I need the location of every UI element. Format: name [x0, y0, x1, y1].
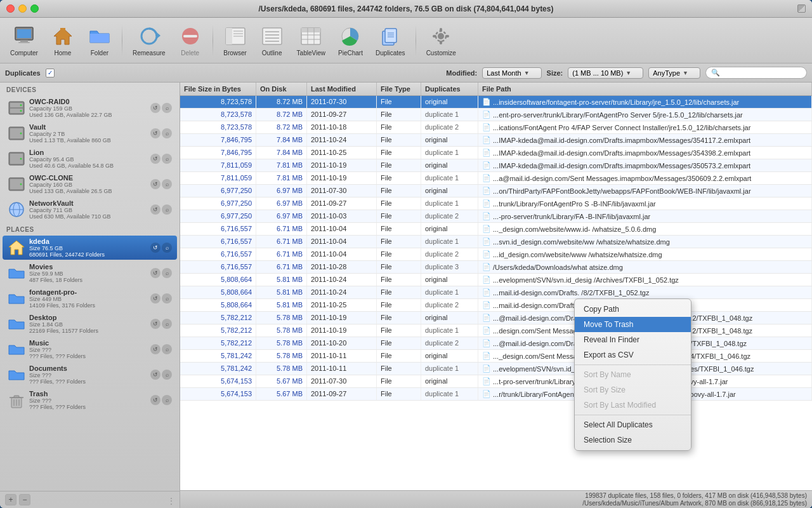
cm-export-csv[interactable]: Export as CSV — [575, 347, 691, 363]
home-button[interactable]: Home — [46, 22, 80, 59]
table-row[interactable]: 6,977,250 6.97 MB 2011-10-03 File duplic… — [180, 210, 812, 223]
sidebar-item-fontagent[interactable]: fontagent-pro- Size 449 MB 14109 Files, … — [3, 286, 177, 311]
fontagent-action2[interactable]: ⌕ — [162, 293, 172, 304]
sidebar-item-documents[interactable]: Documents Size ??? ??? Files, ??? Folder… — [3, 363, 177, 387]
header-bytes[interactable]: File Size in Bytes — [180, 83, 256, 95]
music-action2[interactable]: ⌕ — [162, 344, 172, 354]
cm-move-to-trash[interactable]: Move To Trash — [575, 317, 691, 332]
add-place-button[interactable]: + — [5, 494, 16, 505]
table-row[interactable]: 6,977,250 6.97 MB 2011-07-30 File origin… — [180, 185, 812, 197]
networkvault-action2[interactable]: ⌕ — [162, 204, 172, 215]
header-dup[interactable]: Duplicates — [421, 83, 478, 95]
size-select[interactable]: (1 MB ... 10 MB) ▼ — [568, 67, 643, 79]
sidebar-item-kdeda[interactable]: kdeda Size 76.5 GB 680691 Files, 244742 … — [3, 236, 177, 260]
documents-action2[interactable]: ⌕ — [162, 370, 172, 380]
sidebar-resize-handle[interactable]: ⋮ — [167, 496, 174, 504]
trash-action1[interactable]: ↺ — [150, 395, 160, 405]
piechart-button[interactable]: PieChart — [333, 22, 368, 59]
sidebar-item-lion[interactable]: Lion Capacity 95.4 GB Used 40.6 GB, Avai… — [3, 147, 177, 171]
type-select[interactable]: AnyType ▼ — [648, 67, 700, 79]
customize-button[interactable]: Customize — [421, 22, 461, 59]
sidebar-item-owc-raid0[interactable]: OWC-RAID0 Capacity 159 GB Used 136 GB, A… — [3, 96, 177, 120]
table-row[interactable]: 5,782,212 5.78 MB 2011-10-20 File duplic… — [180, 337, 812, 350]
duplicates-checkbox[interactable]: ✓ — [46, 69, 55, 77]
music-action1[interactable]: ↺ — [150, 344, 160, 354]
table-row[interactable]: 7,846,795 7.84 MB 2011-10-25 File duplic… — [180, 147, 812, 159]
table-row[interactable]: 5,781,242 5.78 MB 2011-10-11 File origin… — [180, 350, 812, 363]
cm-selection-size[interactable]: Selection Size — [575, 432, 691, 448]
cm-select-duplicates[interactable]: Select All Duplicates — [575, 417, 691, 432]
browser-button[interactable]: Browser — [218, 22, 252, 59]
sidebar-item-trash[interactable]: Trash Size ??? ??? Files, ??? Folders ↺ … — [3, 388, 177, 412]
table-row[interactable]: 8,723,578 8.72 MB 2011-07-30 File origin… — [180, 96, 812, 109]
header-path[interactable]: File Path — [478, 83, 812, 95]
cell-bytes: 7,811,059 — [180, 172, 256, 184]
table-row[interactable]: 6,716,557 6.71 MB 2011-10-04 File duplic… — [180, 248, 812, 261]
sidebar-item-movies[interactable]: Movies Size 59.9 MB 487 Files, 18 Folder… — [3, 261, 177, 285]
vault-action2[interactable]: ⌕ — [162, 128, 172, 138]
table-row[interactable]: 5,808,664 5.81 MB 2011-10-25 File duplic… — [180, 299, 812, 312]
table-row[interactable]: 7,846,795 7.84 MB 2011-10-24 File origin… — [180, 134, 812, 147]
tableview-button[interactable]: TableView — [292, 22, 331, 59]
table-row[interactable]: 6,716,557 6.71 MB 2011-10-04 File duplic… — [180, 236, 812, 248]
desktop-action2[interactable]: ⌕ — [162, 319, 172, 329]
cell-dup: duplicate 1 — [421, 172, 478, 184]
table-row[interactable]: 5,674,153 5.67 MB 2011-07-30 File origin… — [180, 375, 812, 388]
search-box[interactable]: 🔍 — [705, 67, 807, 79]
resize-button[interactable] — [797, 4, 806, 13]
search-input[interactable] — [723, 69, 799, 77]
table-body[interactable]: 8,723,578 8.72 MB 2011-07-30 File origin… — [180, 96, 812, 490]
table-row[interactable]: 7,811,059 7.81 MB 2011-10-19 File origin… — [180, 159, 812, 172]
cm-reveal-in-finder[interactable]: Reveal In Finder — [575, 332, 691, 347]
documents-action1[interactable]: ↺ — [150, 370, 160, 380]
table-row[interactable]: 5,782,212 5.78 MB 2011-10-19 File origin… — [180, 312, 812, 324]
computer-button[interactable]: Computer — [5, 22, 43, 59]
vault-action1[interactable]: ↺ — [150, 128, 160, 138]
movies-action1[interactable]: ↺ — [150, 268, 160, 278]
sidebar-item-desktop[interactable]: Desktop Size 1.84 GB 22169 Files, 11577 … — [3, 312, 177, 336]
movies-action2[interactable]: ⌕ — [162, 268, 172, 278]
lion-action1[interactable]: ↺ — [150, 154, 160, 164]
table-row[interactable]: 6,716,557 6.71 MB 2011-10-04 File origin… — [180, 223, 812, 236]
remove-place-button[interactable]: − — [19, 494, 30, 505]
table-row[interactable]: 8,723,578 8.72 MB 2011-10-18 File duplic… — [180, 121, 812, 134]
sidebar-item-vault[interactable]: Vault Capacity 2 TB Used 1.13 TB, Availa… — [3, 121, 177, 145]
folder-button[interactable]: Folder — [82, 22, 117, 59]
owc-clone-action2[interactable]: ⌕ — [162, 179, 172, 189]
modified-select[interactable]: Last Month ▼ — [482, 67, 541, 79]
header-type[interactable]: File Type — [377, 83, 421, 95]
close-button[interactable] — [6, 4, 15, 13]
minimize-button[interactable] — [18, 4, 27, 13]
remeasure-button[interactable]: Remeasure — [128, 22, 171, 59]
sidebar-item-music[interactable]: Music Size ??? ??? Files, ??? Folders ↺ … — [3, 337, 177, 361]
maximize-button[interactable] — [30, 4, 39, 13]
owc-raid0-action2[interactable]: ⌕ — [162, 103, 172, 113]
networkvault-action1[interactable]: ↺ — [150, 204, 160, 215]
table-row[interactable]: 8,723,578 8.72 MB 2011-09-27 File duplic… — [180, 109, 812, 121]
fontagent-action1[interactable]: ↺ — [150, 293, 160, 304]
kdeda-action2[interactable]: ⌕ — [162, 243, 172, 253]
trash-action2[interactable]: ⌕ — [162, 395, 172, 405]
lion-action2[interactable]: ⌕ — [162, 154, 172, 164]
duplicates-button[interactable]: Duplicates — [370, 22, 410, 59]
delete-button[interactable]: Delete — [173, 22, 207, 59]
owc-clone-action1[interactable]: ↺ — [150, 179, 160, 189]
kdeda-action1[interactable]: ↺ — [150, 243, 160, 253]
desktop-action1[interactable]: ↺ — [150, 319, 160, 329]
sidebar-item-networkvault[interactable]: NetworkVault Capacity 711 GB Used 630 MB… — [3, 197, 177, 222]
cm-copy-path[interactable]: Copy Path — [575, 302, 691, 317]
table-row[interactable]: 5,808,664 5.81 MB 2011-10-24 File duplic… — [180, 286, 812, 299]
table-row[interactable]: 5,808,664 5.81 MB 2011-10-24 File origin… — [180, 274, 812, 286]
table-row[interactable]: 5,782,212 5.78 MB 2011-10-19 File duplic… — [180, 324, 812, 337]
header-disk[interactable]: On Disk — [256, 83, 307, 95]
owc-raid0-action1[interactable]: ↺ — [150, 103, 160, 113]
outline-button[interactable]: Outline — [255, 22, 289, 59]
header-modified[interactable]: Last Modified — [307, 83, 377, 95]
sidebar-item-owc-clone[interactable]: OWC-CLONE Capacity 160 GB Used 133 GB, A… — [3, 172, 177, 196]
table-row[interactable]: 7,811,059 7.81 MB 2011-10-19 File duplic… — [180, 172, 812, 185]
table-row[interactable]: 5,781,242 5.78 MB 2011-10-11 File duplic… — [180, 363, 812, 375]
table-row[interactable]: 5,674,153 5.67 MB 2011-09-27 File duplic… — [180, 388, 812, 401]
table-row[interactable]: 6,977,250 6.97 MB 2011-09-27 File duplic… — [180, 197, 812, 210]
table-row[interactable]: 6,716,557 6.71 MB 2011-10-28 File duplic… — [180, 261, 812, 274]
cell-dup: duplicate 3 — [421, 261, 478, 273]
